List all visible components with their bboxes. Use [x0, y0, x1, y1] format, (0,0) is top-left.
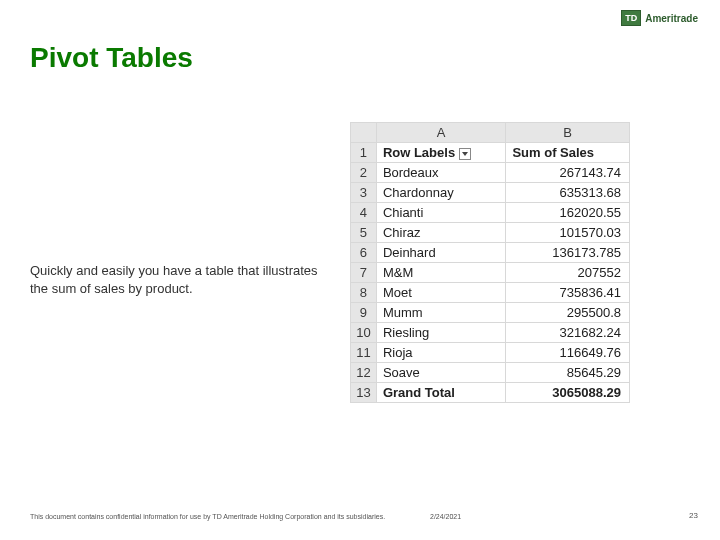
- row-number: 9: [351, 303, 377, 323]
- pivot-label: Chardonnay: [376, 183, 506, 203]
- pivot-value: 295500.8: [506, 303, 630, 323]
- row-number: 5: [351, 223, 377, 243]
- row-labels-text: Row Labels: [383, 145, 455, 160]
- brand-badge-icon: TD: [621, 10, 641, 26]
- pivot-value: 735836.41: [506, 283, 630, 303]
- pivot-value: 136173.785: [506, 243, 630, 263]
- brand-name: Ameritrade: [645, 13, 698, 24]
- column-header-b: B: [506, 123, 630, 143]
- pivot-grand-total-label: Grand Total: [376, 383, 506, 403]
- row-number: 10: [351, 323, 377, 343]
- brand-logo: TD Ameritrade: [621, 10, 698, 26]
- pivot-label: Chiraz: [376, 223, 506, 243]
- filter-dropdown-icon[interactable]: [459, 148, 471, 160]
- pivot-label: Mumm: [376, 303, 506, 323]
- pivot-label: M&M: [376, 263, 506, 283]
- footer-page-number: 23: [689, 511, 698, 520]
- pivot-value: 207552: [506, 263, 630, 283]
- row-number: 6: [351, 243, 377, 263]
- page-title: Pivot Tables: [30, 42, 193, 74]
- pivot-value: 321682.24: [506, 323, 630, 343]
- row-number: 11: [351, 343, 377, 363]
- pivot-value: 85645.29: [506, 363, 630, 383]
- sheet-corner: [351, 123, 377, 143]
- pivot-label: Chianti: [376, 203, 506, 223]
- slide: TD Ameritrade Pivot Tables Quickly and e…: [0, 0, 720, 540]
- caption-text: Quickly and easily you have a table that…: [30, 262, 330, 298]
- column-header-a: A: [376, 123, 506, 143]
- row-number: 13: [351, 383, 377, 403]
- pivot-label: Bordeaux: [376, 163, 506, 183]
- pivot-value: 101570.03: [506, 223, 630, 243]
- footer-confidential: This document contains confidential info…: [30, 513, 385, 520]
- pivot-label: Moet: [376, 283, 506, 303]
- footer-date: 2/24/2021: [430, 513, 461, 520]
- row-number: 1: [351, 143, 377, 163]
- pivot-values-header: Sum of Sales: [506, 143, 630, 163]
- row-number: 3: [351, 183, 377, 203]
- row-number: 4: [351, 203, 377, 223]
- pivot-table: A B 1 Row Labels Sum of Sales 2Bordeaux2…: [350, 122, 630, 403]
- row-number: 8: [351, 283, 377, 303]
- pivot-label: Rioja: [376, 343, 506, 363]
- pivot-label: Soave: [376, 363, 506, 383]
- pivot-value: 267143.74: [506, 163, 630, 183]
- pivot-value: 116649.76: [506, 343, 630, 363]
- pivot-value: 635313.68: [506, 183, 630, 203]
- row-number: 7: [351, 263, 377, 283]
- row-number: 2: [351, 163, 377, 183]
- pivot-row-labels-header: Row Labels: [376, 143, 506, 163]
- pivot-label: Deinhard: [376, 243, 506, 263]
- row-number: 12: [351, 363, 377, 383]
- pivot-label: Riesling: [376, 323, 506, 343]
- pivot-value: 162020.55: [506, 203, 630, 223]
- pivot-grand-total-value: 3065088.29: [506, 383, 630, 403]
